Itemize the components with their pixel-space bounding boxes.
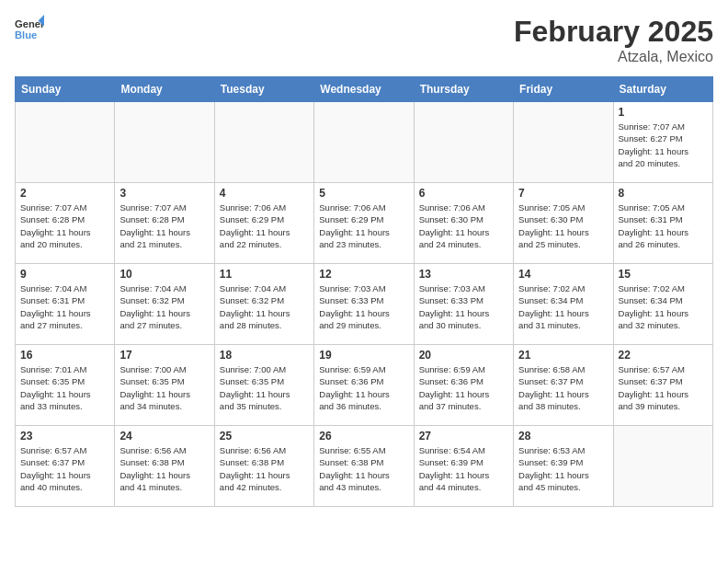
day-number: 6 [419,187,508,200]
day-info: Sunrise: 7:06 AM Sunset: 6:29 PM Dayligh… [220,201,309,250]
day-number: 5 [319,187,408,200]
day-info: Sunrise: 7:04 AM Sunset: 6:31 PM Dayligh… [20,282,109,331]
calendar-week-row: 1Sunrise: 7:07 AM Sunset: 6:27 PM Daylig… [16,102,713,183]
day-number: 2 [20,187,109,200]
calendar-day-cell: 9Sunrise: 7:04 AM Sunset: 6:31 PM Daylig… [16,264,115,345]
day-number: 14 [518,268,608,281]
day-number: 21 [518,349,608,362]
calendar-day-cell: 5Sunrise: 7:06 AM Sunset: 6:29 PM Daylig… [314,183,414,264]
title-block: February 2025 Atzala, Mexico [514,15,713,65]
calendar-day-cell: 16Sunrise: 7:01 AM Sunset: 6:35 PM Dayli… [16,345,115,426]
calendar-day-cell [16,102,115,183]
day-number: 1 [619,106,708,119]
calendar-day-cell: 7Sunrise: 7:05 AM Sunset: 6:30 PM Daylig… [514,183,613,264]
day-info: Sunrise: 6:56 AM Sunset: 6:38 PM Dayligh… [220,444,309,493]
day-number: 12 [319,268,408,281]
weekday-header-friday: Friday [514,77,613,102]
calendar-week-row: 23Sunrise: 6:57 AM Sunset: 6:37 PM Dayli… [16,426,713,507]
day-info: Sunrise: 6:54 AM Sunset: 6:39 PM Dayligh… [419,444,508,493]
day-info: Sunrise: 7:07 AM Sunset: 6:28 PM Dayligh… [20,201,109,250]
calendar-week-row: 9Sunrise: 7:04 AM Sunset: 6:31 PM Daylig… [16,264,713,345]
day-info: Sunrise: 6:57 AM Sunset: 6:37 PM Dayligh… [619,363,708,412]
calendar-day-cell [514,102,613,183]
calendar-day-cell: 26Sunrise: 6:55 AM Sunset: 6:38 PM Dayli… [314,426,414,507]
day-number: 24 [119,430,209,442]
day-info: Sunrise: 6:58 AM Sunset: 6:37 PM Dayligh… [518,363,608,412]
day-number: 17 [119,349,209,362]
calendar-day-cell [613,426,712,507]
day-info: Sunrise: 7:05 AM Sunset: 6:31 PM Dayligh… [619,201,708,250]
day-number: 20 [419,349,508,362]
calendar-day-cell: 2Sunrise: 7:07 AM Sunset: 6:28 PM Daylig… [16,183,115,264]
calendar-day-cell [314,102,414,183]
day-info: Sunrise: 6:53 AM Sunset: 6:39 PM Dayligh… [518,444,608,493]
page-header: General Blue February 2025 Atzala, Mexic… [15,15,713,65]
calendar-day-cell: 23Sunrise: 6:57 AM Sunset: 6:37 PM Dayli… [16,426,115,507]
calendar-day-cell: 3Sunrise: 7:07 AM Sunset: 6:28 PM Daylig… [115,183,214,264]
calendar-day-cell: 20Sunrise: 6:59 AM Sunset: 6:36 PM Dayli… [414,345,513,426]
day-info: Sunrise: 6:59 AM Sunset: 6:36 PM Dayligh… [419,363,508,412]
calendar-week-row: 2Sunrise: 7:07 AM Sunset: 6:28 PM Daylig… [16,183,713,264]
day-number: 16 [20,349,109,362]
calendar-day-cell: 12Sunrise: 7:03 AM Sunset: 6:33 PM Dayli… [314,264,414,345]
day-info: Sunrise: 7:06 AM Sunset: 6:29 PM Dayligh… [319,201,408,250]
calendar-day-cell: 17Sunrise: 7:00 AM Sunset: 6:35 PM Dayli… [115,345,214,426]
day-number: 3 [119,187,209,200]
weekday-header-thursday: Thursday [414,77,513,102]
day-number: 22 [619,349,708,362]
weekday-header-sunday: Sunday [16,77,115,102]
day-info: Sunrise: 7:04 AM Sunset: 6:32 PM Dayligh… [220,282,309,331]
calendar-day-cell: 8Sunrise: 7:05 AM Sunset: 6:31 PM Daylig… [613,183,712,264]
day-info: Sunrise: 7:00 AM Sunset: 6:35 PM Dayligh… [119,363,209,412]
day-number: 10 [119,268,209,281]
day-number: 8 [619,187,708,200]
weekday-header-saturday: Saturday [613,77,712,102]
day-number: 27 [419,430,508,442]
day-number: 28 [518,430,608,442]
calendar-day-cell [115,102,214,183]
logo-icon: General Blue [15,15,44,44]
month-title: February 2025 [514,15,713,49]
day-info: Sunrise: 7:07 AM Sunset: 6:28 PM Dayligh… [119,201,209,250]
calendar-day-cell: 4Sunrise: 7:06 AM Sunset: 6:29 PM Daylig… [214,183,313,264]
calendar-day-cell: 11Sunrise: 7:04 AM Sunset: 6:32 PM Dayli… [214,264,313,345]
calendar-day-cell: 24Sunrise: 6:56 AM Sunset: 6:38 PM Dayli… [115,426,214,507]
calendar-day-cell: 19Sunrise: 6:59 AM Sunset: 6:36 PM Dayli… [314,345,414,426]
calendar-day-cell: 21Sunrise: 6:58 AM Sunset: 6:37 PM Dayli… [514,345,613,426]
calendar-day-cell: 13Sunrise: 7:03 AM Sunset: 6:33 PM Dayli… [414,264,513,345]
weekday-header-wednesday: Wednesday [314,77,414,102]
calendar-day-cell: 10Sunrise: 7:04 AM Sunset: 6:32 PM Dayli… [115,264,214,345]
calendar-table: SundayMondayTuesdayWednesdayThursdayFrid… [15,76,713,507]
day-info: Sunrise: 6:55 AM Sunset: 6:38 PM Dayligh… [319,444,408,493]
day-number: 11 [220,268,309,281]
day-number: 4 [220,187,309,200]
location: Atzala, Mexico [514,49,713,65]
day-info: Sunrise: 7:03 AM Sunset: 6:33 PM Dayligh… [419,282,508,331]
svg-text:Blue: Blue [15,29,37,40]
calendar-day-cell: 15Sunrise: 7:02 AM Sunset: 6:34 PM Dayli… [613,264,712,345]
calendar-day-cell: 28Sunrise: 6:53 AM Sunset: 6:39 PM Dayli… [514,426,613,507]
day-info: Sunrise: 7:04 AM Sunset: 6:32 PM Dayligh… [119,282,209,331]
day-info: Sunrise: 6:59 AM Sunset: 6:36 PM Dayligh… [319,363,408,412]
calendar-day-cell: 27Sunrise: 6:54 AM Sunset: 6:39 PM Dayli… [414,426,513,507]
weekday-header-tuesday: Tuesday [214,77,313,102]
calendar-day-cell: 25Sunrise: 6:56 AM Sunset: 6:38 PM Dayli… [214,426,313,507]
day-number: 26 [319,430,408,442]
day-number: 23 [20,430,109,442]
calendar-day-cell [414,102,513,183]
day-info: Sunrise: 6:57 AM Sunset: 6:37 PM Dayligh… [20,444,109,493]
day-info: Sunrise: 7:00 AM Sunset: 6:35 PM Dayligh… [220,363,309,412]
day-info: Sunrise: 7:02 AM Sunset: 6:34 PM Dayligh… [518,282,608,331]
calendar-day-cell: 6Sunrise: 7:06 AM Sunset: 6:30 PM Daylig… [414,183,513,264]
day-info: Sunrise: 7:07 AM Sunset: 6:27 PM Dayligh… [619,121,708,169]
day-number: 19 [319,349,408,362]
calendar-day-cell: 18Sunrise: 7:00 AM Sunset: 6:35 PM Dayli… [214,345,313,426]
day-number: 18 [220,349,309,362]
calendar-day-cell: 14Sunrise: 7:02 AM Sunset: 6:34 PM Dayli… [514,264,613,345]
day-info: Sunrise: 7:01 AM Sunset: 6:35 PM Dayligh… [20,363,109,412]
day-number: 13 [419,268,508,281]
day-info: Sunrise: 7:03 AM Sunset: 6:33 PM Dayligh… [319,282,408,331]
calendar-day-cell: 1Sunrise: 7:07 AM Sunset: 6:27 PM Daylig… [613,102,712,183]
day-info: Sunrise: 7:06 AM Sunset: 6:30 PM Dayligh… [419,201,508,250]
day-number: 25 [220,430,309,442]
